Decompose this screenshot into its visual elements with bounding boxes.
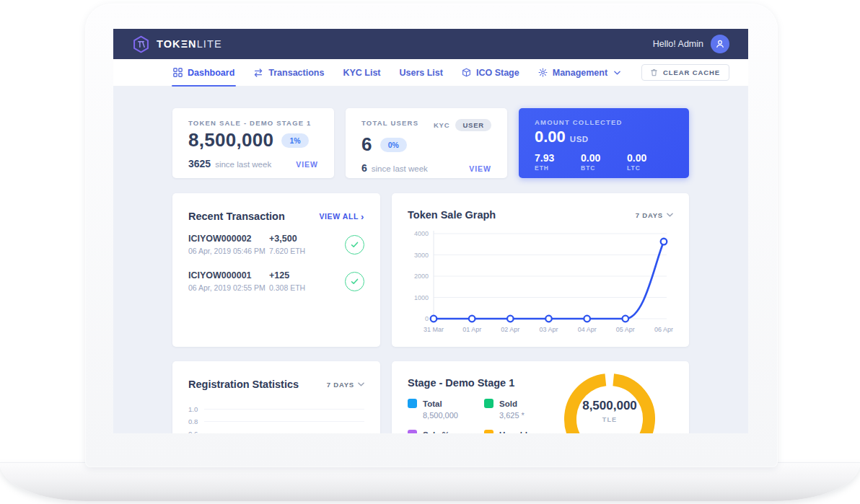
stage-title: Stage - Demo Stage 1 bbox=[408, 377, 514, 389]
amount-collected-label: AMOUNT COLLECTED bbox=[535, 118, 673, 126]
legend-swatch-sold bbox=[484, 399, 493, 408]
chevron-down-icon bbox=[667, 213, 673, 217]
nav-item-management[interactable]: Management bbox=[538, 59, 620, 87]
legend-total: Total 8,500,000 bbox=[408, 399, 471, 420]
chevron-down-icon bbox=[614, 71, 620, 75]
clear-cache-button[interactable]: CLEAR CACHE bbox=[641, 64, 729, 81]
app-window: TOKΞNLITE Hello! Admin Dashboard bbox=[113, 29, 748, 433]
nav-item-users-list[interactable]: Users List bbox=[400, 59, 443, 87]
device-stand-base bbox=[0, 462, 860, 501]
confirmed-check-icon bbox=[345, 272, 364, 291]
top-navbar: TOKΞNLITE Hello! Admin bbox=[113, 29, 748, 59]
legend-swatch-sale-pct bbox=[408, 430, 417, 433]
legend-swatch-unsold bbox=[484, 430, 493, 433]
cube-icon bbox=[462, 68, 471, 77]
dashboard-content: TOKEN SALE - DEMO STAGE 1 8,500,000 1% 3… bbox=[172, 87, 689, 433]
nav-item-ico-stage[interactable]: ICO Stage bbox=[462, 59, 519, 87]
token-sale-week-value: 3625 bbox=[188, 158, 211, 169]
registration-range-dropdown[interactable]: 7 DAYS bbox=[327, 381, 364, 389]
currency-btc: 0.00 BTC bbox=[581, 152, 627, 172]
amount-usd-value: 0.00 bbox=[535, 128, 566, 146]
grid-icon bbox=[173, 68, 183, 77]
nav-item-transactions[interactable]: Transactions bbox=[253, 59, 324, 87]
currency-ltc: 0.00 LTC bbox=[627, 152, 673, 172]
token-sale-delta-badge: 1% bbox=[281, 133, 308, 148]
confirmed-check-icon bbox=[345, 235, 364, 255]
view-all-link[interactable]: VIEW ALL › bbox=[319, 212, 364, 221]
token-sale-value: 8,500,000 bbox=[188, 129, 273, 151]
token-sale-card: TOKEN SALE - DEMO STAGE 1 8,500,000 1% 3… bbox=[172, 108, 334, 178]
greeting-text: Hello! Admin bbox=[653, 39, 703, 49]
tokenlite-logo-icon bbox=[132, 35, 150, 53]
amount-usd-unit: USD bbox=[570, 135, 589, 143]
svg-text:03 Apr: 03 Apr bbox=[539, 326, 558, 333]
svg-text:05 Apr: 05 Apr bbox=[616, 326, 635, 333]
total-users-view-link[interactable]: VIEW bbox=[469, 164, 491, 173]
graph-range-dropdown[interactable]: 7 DAYS bbox=[636, 211, 673, 219]
token-sale-graph-title: Token Sale Graph bbox=[408, 209, 496, 221]
legend-sale-pct: Sale % bbox=[408, 430, 471, 433]
svg-text:2000: 2000 bbox=[414, 273, 429, 280]
token-sale-view-link[interactable]: VIEW bbox=[296, 160, 318, 169]
svg-text:31 Mar: 31 Mar bbox=[424, 326, 444, 333]
amount-collected-card: AMOUNT COLLECTED 0.00 USD 7.93 ETH 0.00 … bbox=[519, 108, 689, 178]
brand-logo[interactable]: TOKΞNLITE bbox=[132, 35, 222, 53]
stage-donut-chart bbox=[559, 368, 660, 433]
gear-icon bbox=[538, 68, 548, 77]
total-users-value: 6 bbox=[361, 133, 372, 156]
registration-statistics-card: Registration Statistics 7 DAYS 1.0 0.8 0… bbox=[172, 361, 380, 433]
toggle-user[interactable]: USER bbox=[455, 119, 491, 131]
legend-sold: Sold 3,625 * bbox=[484, 399, 548, 420]
recent-transactions-card: Recent Transaction VIEW ALL › ICIYOW0000… bbox=[172, 193, 380, 347]
nav-item-dashboard[interactable]: Dashboard bbox=[173, 59, 234, 87]
recent-transactions-title: Recent Transaction bbox=[188, 211, 285, 222]
registration-chart-axis: 1.0 0.8 0.6 bbox=[188, 403, 364, 433]
legend-swatch-total bbox=[408, 399, 417, 408]
token-sale-line-chart: 0100020003000400031 Mar01 Apr02 Apr03 Ap… bbox=[408, 228, 673, 339]
arrow-right-icon: › bbox=[361, 212, 364, 221]
swap-icon bbox=[253, 68, 263, 78]
total-users-week-text: since last week bbox=[372, 164, 428, 173]
transaction-row[interactable]: ICIYOW000002 06 Apr, 2019 05:46 PM +3,50… bbox=[188, 234, 364, 255]
svg-text:02 Apr: 02 Apr bbox=[501, 326, 519, 333]
kyc-user-toggle: KYC USER bbox=[434, 119, 491, 131]
user-avatar[interactable] bbox=[711, 35, 729, 53]
svg-text:06 Apr: 06 Apr bbox=[654, 326, 673, 333]
svg-text:01 Apr: 01 Apr bbox=[462, 326, 481, 333]
total-users-delta-badge: 0% bbox=[380, 138, 407, 152]
svg-text:0: 0 bbox=[425, 315, 429, 322]
svg-text:4000: 4000 bbox=[414, 230, 429, 237]
chevron-down-icon bbox=[358, 382, 364, 386]
svg-text:3000: 3000 bbox=[414, 252, 429, 259]
svg-text:1000: 1000 bbox=[414, 294, 429, 301]
currency-eth: 7.93 ETH bbox=[535, 152, 581, 172]
main-nav: Dashboard Transactions KYC List Users Li… bbox=[113, 59, 748, 87]
total-users-label: TOTAL USERS bbox=[361, 119, 418, 127]
page: TOKΞNLITE Hello! Admin Dashboard bbox=[0, 0, 860, 504]
toggle-kyc[interactable]: KYC bbox=[434, 121, 449, 129]
stage-legend: Total 8,500,000 Sold 3,625 * Sale % U bbox=[408, 399, 552, 433]
stage-demo-card: Stage - Demo Stage 1 Total 8,500,000 Sol… bbox=[392, 361, 689, 433]
total-users-week-value: 6 bbox=[361, 162, 367, 174]
token-sale-week-text: since last week bbox=[215, 160, 271, 169]
legend-unsold: Unsold bbox=[484, 430, 548, 433]
total-users-card: TOTAL USERS KYC USER 6 0% 6 since last w… bbox=[346, 108, 507, 178]
svg-text:04 Apr: 04 Apr bbox=[578, 326, 597, 333]
brand-name: TOKΞNLITE bbox=[157, 38, 222, 50]
nav-item-kyc-list[interactable]: KYC List bbox=[343, 59, 380, 87]
token-sale-graph-card: Token Sale Graph 7 DAYS 0100020003000400… bbox=[392, 193, 689, 347]
registration-statistics-title: Registration Statistics bbox=[188, 379, 299, 390]
trash-icon bbox=[651, 68, 657, 76]
transaction-row[interactable]: ICIYOW000001 06 Apr, 2019 02:55 PM +125 … bbox=[188, 270, 364, 292]
person-icon bbox=[715, 39, 725, 49]
token-sale-label: TOKEN SALE - DEMO STAGE 1 bbox=[188, 119, 318, 127]
